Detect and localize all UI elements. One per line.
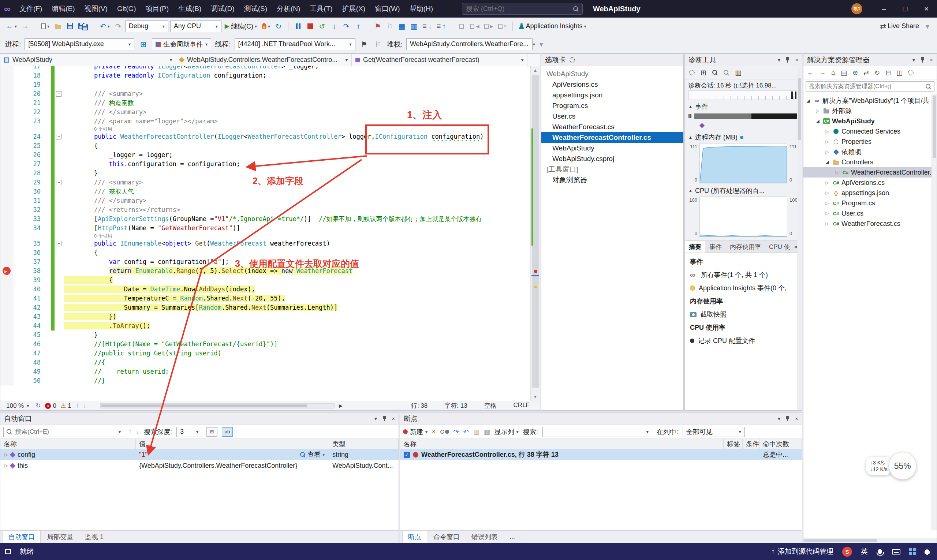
- code-content[interactable]: Summary = Summaries[Random.Shared.Next(S…: [64, 303, 530, 312]
- breakpoint-margin[interactable]: [0, 331, 14, 340]
- code-content[interactable]: Date = DateTime.Now.AddDays(index),: [64, 285, 530, 294]
- outline-margin[interactable]: −: [55, 239, 64, 248]
- collapse-box-icon[interactable]: −: [56, 180, 62, 185]
- windows-button[interactable]: ▦: [397, 20, 407, 33]
- zoom-dropdown[interactable]: 100 %▾: [4, 402, 31, 409]
- menu-item[interactable]: 生成(B): [174, 0, 206, 18]
- menu-item[interactable]: 测试(S): [239, 0, 272, 18]
- code-content[interactable]: /// </summary>: [64, 108, 530, 117]
- code-content[interactable]: /// </summary>: [64, 196, 530, 205]
- outline-margin[interactable]: [55, 340, 64, 349]
- outline-margin[interactable]: [55, 196, 64, 205]
- expander-icon[interactable]: ▷: [824, 221, 831, 226]
- all-events-link[interactable]: ∞所有事件(1 个, 共 1 个): [690, 271, 797, 279]
- code-content[interactable]: public IEnumerable<object> Get(WeatherFo…: [64, 239, 530, 248]
- pin-icon[interactable]: [785, 415, 790, 422]
- chevron-down-icon[interactable]: ▾: [374, 415, 377, 422]
- code-content[interactable]: {: [64, 141, 530, 151]
- tab-list-item[interactable]: WeatherForecast.cs: [542, 122, 683, 132]
- tree-item[interactable]: ▷依赖项: [803, 147, 937, 157]
- solution-scrollbar[interactable]: [931, 94, 937, 530]
- breakpoint-margin[interactable]: [0, 214, 14, 224]
- code-content[interactable]: var config = configuration["a"];: [64, 257, 530, 266]
- user-avatar[interactable]: 凯1: [851, 3, 862, 14]
- quick-search-input[interactable]: [466, 5, 570, 13]
- collapse-box-icon[interactable]: −: [56, 91, 62, 97]
- record-cpu-link[interactable]: 记录 CPU 配置文件: [690, 336, 797, 345]
- autos-search-box[interactable]: ▾: [3, 427, 124, 437]
- show-flagged-button[interactable]: ⚐: [373, 38, 383, 51]
- tab-overflow[interactable]: ...: [504, 531, 520, 542]
- tab-list-item[interactable]: 对象浏览器: [542, 175, 683, 185]
- tree-item[interactable]: ▷C#User.cs: [803, 208, 937, 218]
- code-content[interactable]: [64, 80, 530, 89]
- break-all-button[interactable]: [293, 20, 303, 33]
- show-output-button[interactable]: ≡↓: [421, 20, 433, 33]
- outline-margin[interactable]: [55, 312, 64, 322]
- expander-icon[interactable]: ▷: [814, 108, 821, 114]
- current-statement-icon[interactable]: ▶: [3, 267, 11, 275]
- notification-bell-icon[interactable]: [925, 549, 930, 554]
- code-content[interactable]: [HttpPost(Name = "GetWeatherForecast")]: [64, 224, 530, 233]
- tab-list-item[interactable]: WebApiStudy.csproj: [542, 153, 683, 164]
- new-file-button[interactable]: ▾: [40, 20, 51, 33]
- code-content[interactable]: /// 获取天气: [64, 187, 530, 196]
- menu-item[interactable]: 扩展(X): [337, 0, 370, 18]
- grid-icon[interactable]: [909, 548, 916, 555]
- member-dropdown[interactable]: Get(WeatherForecast weatherForecast)▾: [352, 54, 528, 66]
- outline-margin[interactable]: [55, 160, 64, 169]
- scroll-up-icon[interactable]: ▲: [531, 68, 540, 73]
- step-out-button[interactable]: ↑: [353, 20, 363, 33]
- breakpoint-margin[interactable]: [0, 257, 14, 266]
- tab-list-item[interactable]: WebApiStudy: [542, 143, 683, 153]
- solution-search-box[interactable]: [806, 81, 934, 91]
- open-file-button[interactable]: [53, 20, 63, 33]
- in-column-dropdown[interactable]: 全部可见▾: [683, 427, 745, 437]
- line-ending-indicator[interactable]: CRLF: [514, 402, 529, 410]
- code-content[interactable]: private readonly ILogger<WeatherForecast…: [64, 66, 530, 71]
- scrollbar-thumb[interactable]: [798, 78, 801, 140]
- code-content[interactable]: //public string Get(string userid): [64, 349, 530, 358]
- type-dropdown[interactable]: WebApiStudy.Controllers.WeatherForecastC…: [176, 54, 352, 66]
- chevron-down-icon[interactable]: ▾: [778, 57, 781, 63]
- collapse-box-icon[interactable]: −: [56, 134, 62, 140]
- tree-item[interactable]: ▷外部源: [803, 106, 937, 116]
- back-icon[interactable]: ←: [807, 69, 814, 77]
- code-content[interactable]: /// <returns></returns>: [64, 205, 530, 214]
- outline-margin[interactable]: [55, 376, 64, 385]
- breakpoint-margin[interactable]: [0, 187, 14, 196]
- column-value[interactable]: 值: [136, 439, 329, 449]
- pin-icon[interactable]: [382, 415, 386, 422]
- outline-margin[interactable]: [55, 224, 64, 233]
- spaces-indicator[interactable]: 空格: [484, 402, 497, 410]
- breakpoint-margin[interactable]: [0, 340, 14, 349]
- live-share-button[interactable]: ⇄Live Share: [879, 20, 920, 33]
- outline-margin[interactable]: [55, 126, 64, 132]
- show-all-files-icon[interactable]: ◫: [896, 69, 903, 77]
- code-content[interactable]: /// <summary>: [64, 89, 530, 98]
- tab-list-item[interactable]: User.cs: [542, 111, 683, 122]
- restart-debugging-button[interactable]: ↺: [317, 20, 327, 33]
- warning-count[interactable]: ⚠1: [61, 402, 71, 409]
- expander-icon[interactable]: ▷: [824, 149, 831, 154]
- tree-item[interactable]: ◢C#WebApiStudy: [803, 116, 937, 126]
- next-issue-button[interactable]: ↓: [83, 402, 86, 409]
- collapse-box-icon[interactable]: −: [56, 241, 62, 246]
- expander-icon[interactable]: ▷: [824, 139, 831, 144]
- code-content[interactable]: //{: [64, 358, 530, 367]
- code-content[interactable]: {: [64, 275, 530, 285]
- toolbar-overflow-button[interactable]: ▾: [536, 38, 546, 51]
- diagnostics-scrollbar[interactable]: [797, 67, 802, 410]
- switch-views-icon[interactable]: ▤: [841, 69, 847, 77]
- reset-view-icon[interactable]: ▥: [735, 68, 742, 77]
- flag-threads-button[interactable]: ⚑: [372, 20, 383, 33]
- keyboard-icon[interactable]: [892, 549, 900, 554]
- solution-configuration-dropdown[interactable]: Debug▾: [125, 20, 168, 32]
- save-all-button[interactable]: [77, 20, 89, 33]
- menu-item[interactable]: 调试(D): [206, 0, 239, 18]
- expander-icon[interactable]: ◢: [805, 98, 811, 103]
- home-icon[interactable]: ⌂: [831, 69, 835, 77]
- refresh-icon[interactable]: ↻: [874, 69, 880, 77]
- code-content[interactable]: /// 构造函数: [64, 98, 530, 108]
- code-content[interactable]: TemperatureC = Random.Shared.Next(-20, 5…: [64, 294, 530, 303]
